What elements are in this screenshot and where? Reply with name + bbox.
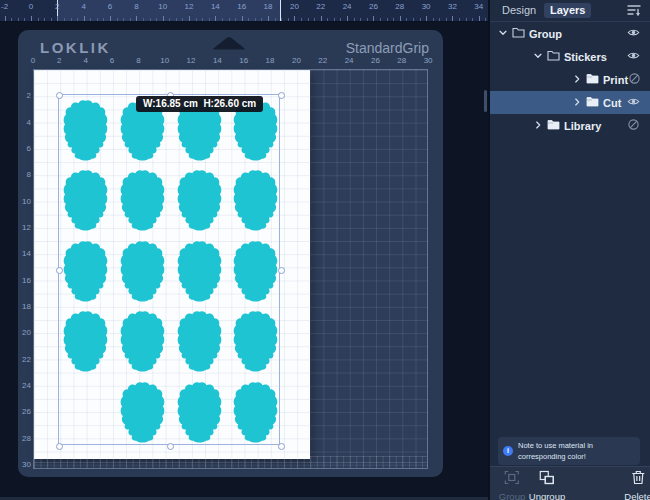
selection-handle[interactable] — [278, 443, 285, 450]
ruler-tick — [235, 18, 236, 21]
chevron-right-icon[interactable] — [572, 74, 582, 86]
ruler-tick — [196, 18, 197, 21]
tab-layers[interactable]: Layers — [544, 3, 591, 18]
ruler-tick — [64, 18, 65, 21]
loklik-logo: LOKLIK — [40, 39, 111, 56]
ruler-label: 12 — [185, 2, 194, 11]
ruler-label: 0 — [29, 2, 33, 11]
tab-design[interactable]: Design — [502, 3, 536, 18]
ruler-tick — [400, 16, 401, 21]
selection-handle[interactable] — [56, 92, 63, 99]
ruler-tick — [367, 18, 368, 21]
mat-ruler-label: 10 — [160, 56, 169, 65]
mat-ruler-label: 12 — [187, 56, 196, 65]
mat-ruler-label: 14 — [213, 56, 222, 65]
ruler-tick — [222, 18, 223, 21]
visibility-off-icon[interactable] — [628, 72, 641, 87]
layer-row-print[interactable]: Print — [490, 68, 650, 91]
mat-ruler-label: 22 — [318, 56, 327, 65]
mat-ruler-label: 26 — [22, 407, 31, 416]
ruler-tick — [229, 18, 230, 21]
mat-ruler-label: 10 — [22, 196, 31, 205]
mat-horizontal-ruler: 024681012141618202224262830 — [18, 56, 443, 68]
layer-row-cut[interactable]: Cut — [490, 91, 650, 114]
ruler-tick — [294, 16, 295, 21]
layer-row-library[interactable]: Library — [490, 114, 650, 137]
ruler-tick — [433, 18, 434, 21]
ruler-tick — [406, 18, 407, 21]
ruler-label: 22 — [316, 2, 325, 11]
ruler-tick — [393, 18, 394, 21]
ruler-tick — [340, 18, 341, 21]
ruler-label: 4 — [81, 2, 85, 11]
ruler-tick — [24, 18, 25, 21]
ruler-tick — [347, 16, 348, 21]
ruler-tick — [301, 18, 302, 21]
panel-scrollbar-thumb[interactable] — [484, 90, 487, 112]
folder-icon — [586, 96, 599, 109]
ruler-tick — [466, 18, 467, 21]
mat-ruler-label: 4 — [83, 56, 87, 65]
ruler-tick — [248, 18, 249, 21]
mat-ruler-label: 30 — [424, 56, 433, 65]
mat-ruler-label: 28 — [22, 433, 31, 442]
visibility-icon[interactable] — [627, 26, 640, 41]
ruler-tick — [130, 18, 131, 21]
ruler-tick — [136, 16, 137, 21]
selection-bounding-box[interactable] — [58, 94, 280, 445]
group-button[interactable]: Group — [499, 470, 525, 500]
selection-handle[interactable] — [56, 443, 63, 450]
ruler-tick — [169, 18, 170, 21]
selection-handle[interactable] — [278, 267, 285, 274]
folder-icon — [512, 27, 525, 40]
ruler-label: 14 — [211, 2, 220, 11]
ruler-tick — [268, 16, 269, 21]
horizontal-ruler: -20246810121416182022242628303234 — [0, 0, 488, 22]
selection-handle[interactable] — [278, 92, 285, 99]
ruler-tick — [321, 16, 322, 21]
mat-ruler-label: 24 — [345, 56, 354, 65]
ruler-label: 20 — [290, 2, 299, 11]
layer-label: Group — [529, 28, 562, 40]
ruler-tick — [275, 18, 276, 21]
ruler-tick — [44, 18, 45, 21]
ruler-tick — [90, 18, 91, 21]
ruler-tick — [51, 18, 52, 21]
chevron-right-icon[interactable] — [572, 97, 582, 109]
layer-label: Library — [564, 120, 601, 132]
mat-grid-area[interactable] — [33, 69, 428, 469]
material-note-text: Note to use material in corresponding co… — [518, 440, 635, 462]
chevron-right-icon[interactable] — [533, 120, 543, 132]
mat-ruler-label: 0 — [31, 56, 35, 65]
visibility-icon[interactable] — [627, 49, 640, 64]
ruler-tick — [71, 18, 72, 21]
chevron-down-icon[interactable] — [533, 51, 543, 63]
folder-icon — [547, 50, 560, 63]
right-panel: Design Layers GroupStickersPrintCutLibra… — [488, 0, 650, 500]
ruler-tick — [242, 16, 243, 21]
chevron-down-icon[interactable] — [498, 28, 508, 40]
ruler-tick — [472, 18, 473, 21]
visibility-off-icon[interactable] — [627, 118, 640, 133]
ruler-tick — [57, 16, 58, 21]
ruler-tick — [485, 18, 486, 21]
ruler-tick — [314, 18, 315, 21]
mat-grip-label: StandardGrip — [346, 40, 429, 56]
ruler-tick — [117, 18, 118, 21]
selection-handle[interactable] — [167, 443, 174, 450]
ruler-tick — [373, 16, 374, 21]
ruler-tick — [103, 18, 104, 21]
visibility-icon[interactable] — [627, 95, 640, 110]
layer-order-icon[interactable] — [627, 4, 641, 17]
ruler-tick — [380, 18, 381, 21]
ruler-tick — [354, 18, 355, 21]
cutting-mat-panel: LOKLIK StandardGrip 02468101214161820222… — [18, 30, 443, 477]
layer-row-stickers[interactable]: Stickers — [490, 45, 650, 68]
delete-button[interactable]: Delete — [624, 470, 650, 500]
ruler-label: 2 — [55, 2, 59, 11]
ruler-tick — [360, 18, 361, 21]
layer-row-group[interactable]: Group — [490, 22, 650, 45]
ungroup-button[interactable]: Ungroup — [529, 470, 565, 500]
selection-handle[interactable] — [56, 267, 63, 274]
mat-ruler-label: 8 — [27, 170, 31, 179]
